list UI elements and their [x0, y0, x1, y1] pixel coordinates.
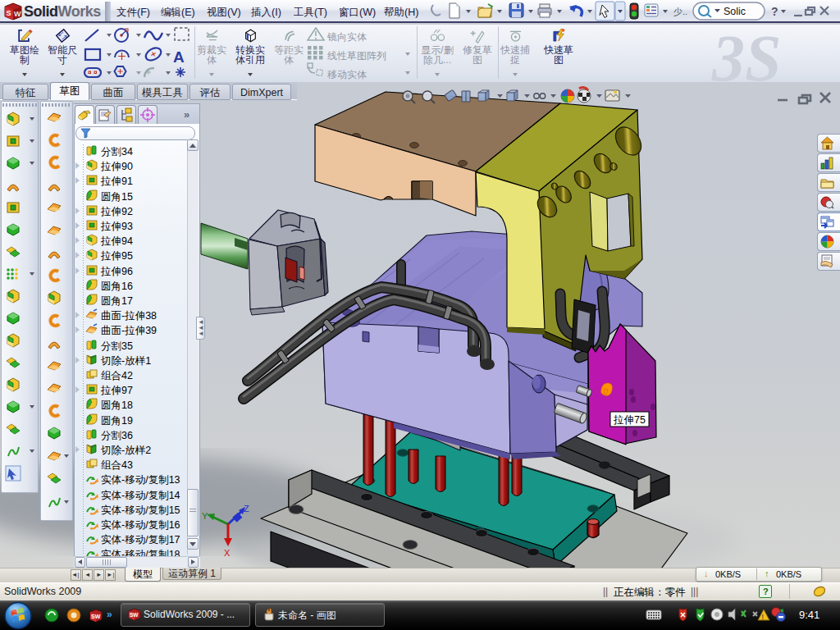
- svg-text:X: X: [224, 548, 231, 558]
- svg-text:Y: Y: [202, 511, 208, 521]
- svg-text:»: »: [107, 609, 112, 620]
- svg-text:A: A: [173, 48, 185, 66]
- svg-text:?: ?: [771, 5, 778, 18]
- svg-text:SW: SW: [130, 612, 139, 618]
- svg-text:S: S: [7, 9, 11, 17]
- svg-text:SW: SW: [91, 614, 101, 619]
- svg-text:W: W: [14, 10, 21, 18]
- svg-text:!: !: [762, 613, 765, 621]
- svg-text:Z: Z: [244, 504, 249, 514]
- svg-text:拉伸75: 拉伸75: [613, 414, 646, 426]
- svg-text:少..: 少..: [673, 7, 687, 16]
- svg-text:Solic: Solic: [724, 6, 746, 17]
